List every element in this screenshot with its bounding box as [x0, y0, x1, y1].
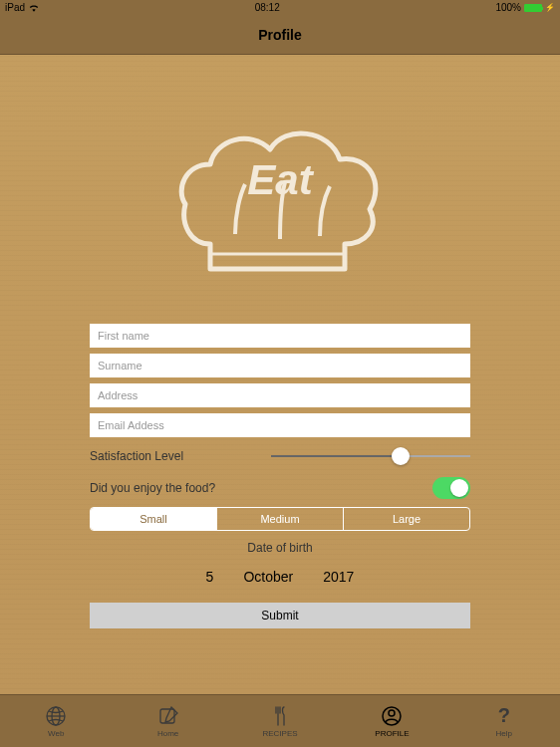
tab-help-label: Help: [496, 729, 512, 738]
svg-point-7: [389, 710, 395, 716]
time-label: 08:12: [255, 2, 280, 13]
chef-hat-logo: Eat: [170, 115, 390, 294]
tab-web[interactable]: Web: [0, 695, 112, 747]
surname-field[interactable]: [90, 354, 470, 377]
content-area: Eat Satisfaction Level Did you enjoy the…: [0, 55, 560, 694]
tab-profile[interactable]: PROFILE: [336, 695, 447, 747]
globe-icon: [45, 705, 67, 727]
svg-text:Eat: Eat: [247, 156, 314, 203]
logo-area: Eat: [0, 55, 560, 324]
status-bar: iPad 08:12 100% ⚡: [0, 0, 560, 15]
email-field[interactable]: [90, 413, 470, 437]
tab-recipes[interactable]: RECIPES: [224, 695, 336, 747]
wifi-icon: [29, 4, 39, 12]
tab-recipes-label: RECIPES: [262, 729, 297, 738]
profile-icon: [381, 705, 403, 727]
satisfaction-label: Satisfaction Level: [90, 449, 183, 463]
charging-icon: ⚡: [545, 3, 555, 12]
size-segmented-control[interactable]: Small Medium Large: [90, 507, 470, 531]
profile-form: Satisfaction Level Did you enjoy the foo…: [0, 324, 560, 628]
enjoy-toggle[interactable]: [432, 477, 470, 499]
submit-button[interactable]: Submit: [90, 603, 470, 628]
tab-home-label: Home: [157, 729, 178, 738]
device-label: iPad: [5, 2, 25, 13]
segment-medium[interactable]: Medium: [217, 508, 344, 530]
first-name-field[interactable]: [90, 324, 470, 348]
address-field[interactable]: [90, 383, 470, 407]
dob-day[interactable]: 5: [206, 569, 214, 585]
utensils-icon: [269, 705, 291, 727]
tab-home[interactable]: Home: [112, 695, 223, 747]
tab-help[interactable]: ? Help: [448, 695, 560, 747]
battery-icon: [524, 4, 542, 12]
segment-small[interactable]: Small: [91, 508, 217, 530]
nav-bar: Profile: [0, 15, 560, 55]
satisfaction-row: Satisfaction Level: [90, 443, 470, 469]
battery-percent: 100%: [495, 2, 521, 13]
dob-label: Date of birth: [90, 541, 470, 555]
dob-year[interactable]: 2017: [323, 569, 354, 585]
tab-web-label: Web: [48, 729, 64, 738]
page-title: Profile: [258, 27, 302, 43]
date-picker[interactable]: 5 October 2017: [90, 561, 470, 593]
enjoy-row: Did you enjoy the food?: [90, 475, 470, 501]
help-icon: ?: [493, 705, 515, 727]
enjoy-label: Did you enjoy the food?: [90, 481, 215, 495]
dob-month[interactable]: October: [243, 569, 293, 585]
satisfaction-slider[interactable]: [271, 446, 470, 466]
segment-large[interactable]: Large: [344, 508, 469, 530]
tab-bar: Web Home RECIPES PROFILE ? Help: [0, 694, 560, 747]
compose-icon: [157, 705, 179, 727]
tab-profile-label: PROFILE: [375, 729, 409, 738]
